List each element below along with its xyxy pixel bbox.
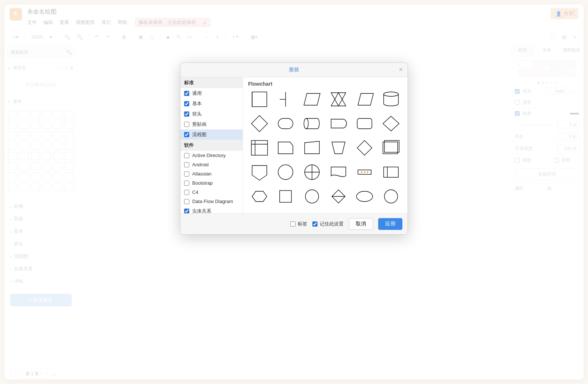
- remember-checkbox[interactable]: 记住此设置: [312, 221, 344, 227]
- svg-point-29: [361, 171, 362, 173]
- preview-shape[interactable]: [248, 186, 271, 207]
- category-label: C4: [192, 189, 198, 195]
- preview-shape[interactable]: [301, 210, 323, 213]
- svg-marker-19: [332, 142, 345, 154]
- svg-marker-9: [251, 115, 268, 132]
- preview-shape[interactable]: [248, 138, 271, 158]
- category-label: Atlassian: [192, 171, 212, 177]
- preview-shape[interactable]: [380, 138, 402, 158]
- category-item[interactable]: 基本: [180, 99, 243, 109]
- category-item[interactable]: Atlassian: [180, 169, 243, 178]
- apply-button[interactable]: 应用: [378, 218, 402, 230]
- category-checkbox[interactable]: [184, 122, 189, 127]
- preview-shape[interactable]: [327, 210, 350, 213]
- category-checkbox[interactable]: [184, 171, 189, 177]
- preview-shape[interactable]: [275, 162, 297, 182]
- modal-overlay: 形状 ✕ 标准通用基本箭头剪贴画流程图软件Active DirectoryAnd…: [0, 0, 588, 384]
- preview-shape[interactable]: [248, 89, 271, 110]
- cancel-button[interactable]: 取消: [349, 218, 373, 230]
- preview-shape[interactable]: [354, 162, 376, 182]
- category-item[interactable]: Android: [180, 160, 243, 169]
- preview-shape[interactable]: [275, 113, 297, 134]
- preview-shape[interactable]: [380, 186, 402, 207]
- category-item[interactable]: C4: [180, 188, 243, 197]
- preview-shape[interactable]: [380, 210, 402, 213]
- svg-marker-6: [331, 93, 346, 106]
- category-item[interactable]: 实体关系: [180, 206, 243, 213]
- category-checkbox[interactable]: [184, 101, 189, 106]
- preview-shape[interactable]: [354, 89, 376, 110]
- preview-shape[interactable]: [327, 89, 350, 110]
- category-item[interactable]: Bootstrap: [180, 178, 243, 188]
- svg-point-8: [384, 92, 398, 96]
- category-checkbox[interactable]: [184, 190, 189, 195]
- preview-shape[interactable]: [380, 89, 402, 110]
- svg-rect-35: [280, 191, 291, 202]
- svg-point-39: [356, 191, 373, 202]
- category-label: 流程图: [192, 131, 207, 138]
- preview-shape[interactable]: [275, 186, 297, 207]
- svg-point-40: [384, 190, 398, 203]
- preview-shape[interactable]: [380, 113, 402, 134]
- preview-shape[interactable]: [248, 113, 271, 134]
- category-checkbox[interactable]: [184, 111, 189, 117]
- preview-shape[interactable]: [248, 210, 271, 213]
- labels-checkbox[interactable]: 标签: [290, 221, 307, 227]
- svg-marker-18: [305, 141, 319, 154]
- category-label: 箭头: [192, 111, 202, 117]
- category-checkbox[interactable]: [184, 91, 189, 96]
- category-item[interactable]: 剪贴画: [180, 119, 243, 129]
- preview-shape[interactable]: [301, 186, 323, 207]
- preview-shape[interactable]: [327, 186, 350, 207]
- svg-point-30: [364, 171, 365, 173]
- preview-shape[interactable]: [327, 113, 350, 134]
- shape-preview: Flowchart: [243, 77, 408, 213]
- svg-point-24: [278, 165, 293, 179]
- preview-shape[interactable]: [354, 113, 376, 134]
- category-label: 剪贴画: [192, 121, 207, 128]
- preview-shape[interactable]: [301, 113, 323, 134]
- svg-rect-12: [357, 118, 372, 129]
- category-item[interactable]: Active Directory: [180, 151, 243, 160]
- svg-marker-5: [331, 93, 346, 106]
- category-checkbox[interactable]: [184, 199, 189, 204]
- category-checkbox[interactable]: [184, 181, 189, 186]
- preview-title: Flowchart: [248, 81, 402, 87]
- svg-marker-20: [357, 141, 372, 155]
- preview-shape[interactable]: [301, 89, 323, 110]
- svg-marker-23: [252, 166, 267, 180]
- preview-shape[interactable]: [301, 162, 323, 182]
- preview-shape[interactable]: [275, 210, 297, 213]
- preview-shape[interactable]: [354, 138, 376, 158]
- category-item[interactable]: 通用: [180, 88, 243, 99]
- category-checkbox[interactable]: [184, 209, 189, 213]
- category-checkbox[interactable]: [184, 153, 189, 158]
- category-checkbox[interactable]: [184, 162, 189, 167]
- category-label: 实体关系: [192, 208, 211, 213]
- svg-point-11: [304, 118, 308, 129]
- category-item[interactable]: 流程图: [180, 129, 243, 140]
- svg-marker-34: [252, 191, 267, 202]
- preview-shape[interactable]: [380, 162, 402, 182]
- preview-shape[interactable]: [354, 186, 376, 207]
- preview-shape[interactable]: [327, 162, 350, 182]
- preview-shape[interactable]: [275, 138, 297, 158]
- category-item[interactable]: Data Flow Diagram: [180, 197, 243, 206]
- category-group-header: 软件: [180, 140, 243, 151]
- svg-rect-22: [384, 141, 399, 152]
- preview-shape[interactable]: [327, 138, 350, 158]
- close-icon[interactable]: ✕: [399, 67, 403, 72]
- preview-shape[interactable]: [354, 210, 376, 213]
- svg-rect-0: [252, 92, 267, 107]
- category-group-header: 标准: [180, 77, 243, 88]
- category-item[interactable]: 箭头: [180, 109, 243, 119]
- dialog-title: 形状: [289, 67, 299, 72]
- preview-shape[interactable]: [275, 89, 297, 110]
- preview-shape[interactable]: [301, 138, 323, 158]
- svg-rect-32: [384, 167, 398, 177]
- svg-rect-10: [278, 118, 293, 129]
- category-checkbox[interactable]: [184, 132, 189, 137]
- category-label: Android: [192, 162, 209, 167]
- svg-marker-17: [278, 142, 293, 154]
- preview-shape[interactable]: [248, 162, 271, 182]
